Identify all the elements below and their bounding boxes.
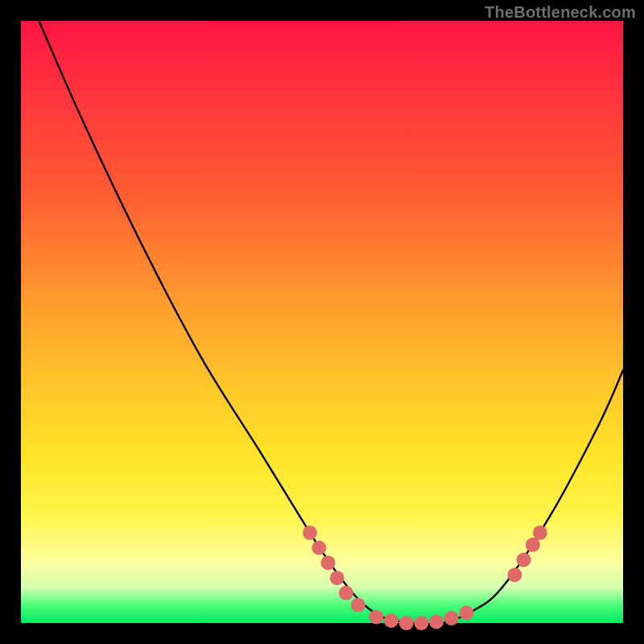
watermark-text: TheBottleneck.com: [485, 3, 636, 22]
marker-group: [303, 526, 547, 630]
marker-dot: [414, 616, 428, 630]
marker-dot: [303, 526, 317, 540]
marker-dot: [399, 616, 414, 630]
marker-dot: [312, 541, 326, 555]
marker-dot: [533, 526, 547, 540]
marker-dot: [369, 610, 383, 625]
marker-dot: [321, 555, 336, 570]
marker-dot: [460, 605, 474, 620]
curve-layer: [21, 21, 623, 623]
marker-dot: [384, 613, 398, 628]
marker-dot: [517, 553, 531, 568]
marker-dot: [429, 615, 444, 630]
marker-dot: [507, 568, 522, 582]
marker-dot: [444, 611, 459, 625]
marker-dot: [526, 538, 540, 552]
chart-frame: TheBottleneck.com: [0, 0, 644, 644]
plot-area: [21, 21, 623, 623]
marker-dot: [339, 586, 353, 601]
marker-dot: [330, 571, 345, 585]
marker-dot: [351, 598, 365, 613]
